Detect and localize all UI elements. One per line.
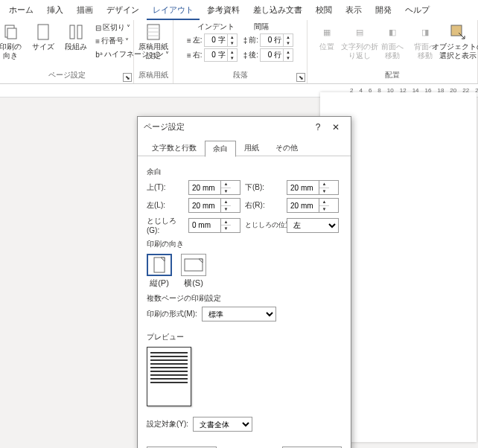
arrange-group-label: 配置 (385, 70, 400, 82)
manuscript-group-label: 原稿用紙 (138, 70, 168, 82)
size-button[interactable]: サイズ (28, 22, 58, 53)
send-backward-button[interactable]: ◨背面へ 移動 (410, 22, 440, 62)
preview-section-label: プレビュー (147, 332, 342, 342)
print-format-label: 印刷の形式(M): (147, 309, 197, 319)
preview-box (147, 347, 191, 406)
apply-to-select[interactable]: 文書全体 (193, 417, 252, 432)
landscape-button[interactable]: 横(S) (181, 254, 206, 289)
margins-section-label: 余白 (147, 167, 342, 177)
dialog-tab-3[interactable]: その他 (267, 140, 306, 156)
svg-rect-13 (185, 259, 203, 271)
orientation-icon (1, 23, 19, 41)
ribbon-tab-8[interactable]: 表示 (340, 1, 368, 20)
dialog-tab-0[interactable]: 文字数と行数 (144, 140, 205, 156)
indent-header: インデント (187, 22, 238, 32)
dialog-close-button[interactable]: ✕ (327, 122, 345, 132)
left-input[interactable]: ▲▼ (188, 198, 240, 213)
indent-left-input[interactable]: ▲▼ (204, 33, 238, 47)
page-setup-launcher[interactable]: ⬊ (123, 73, 132, 82)
svg-rect-6 (77, 25, 82, 39)
portrait-icon (147, 254, 172, 276)
hyphenation-icon: bᵃ (95, 51, 103, 59)
bottom-label: 下(B): (245, 182, 282, 193)
position-button[interactable]: ▦位置 (312, 22, 342, 53)
space-before-icon: ‡ (243, 36, 248, 45)
ribbon-tab-7[interactable]: 校閲 (310, 1, 338, 20)
breaks-icon: ⊟ (95, 24, 101, 32)
indent-right-input[interactable]: ▲▼ (204, 48, 238, 62)
manuscript-icon (144, 23, 162, 41)
paragraph-group-label: 段落 (233, 70, 248, 82)
ribbon-tab-3[interactable]: デザイン (101, 1, 145, 20)
ribbon-tab-6[interactable]: 差し込み文書 (247, 1, 308, 20)
ribbon-tab-9[interactable]: 開発 (369, 1, 398, 20)
size-icon (34, 23, 52, 41)
dialog-title: ページ設定 (144, 121, 309, 132)
multi-page-section-label: 複数ページの印刷設定 (147, 293, 342, 304)
top-label: 上(T): (147, 182, 184, 193)
space-after-icon: ‡ (243, 51, 248, 60)
ribbon-tab-5[interactable]: 参考資料 (201, 1, 246, 20)
send-backward-icon: ◨ (416, 23, 434, 41)
space-before-input[interactable]: ▲▼ (260, 33, 293, 47)
svg-rect-4 (38, 25, 48, 39)
ribbon-tab-2[interactable]: 描画 (71, 1, 99, 20)
space-after-input[interactable]: ▲▼ (260, 48, 293, 62)
paragraph-launcher[interactable]: ⬊ (296, 73, 305, 82)
bring-forward-icon: ◧ (383, 23, 401, 41)
dialog-tab-1[interactable]: 余白 (205, 141, 236, 157)
manuscript-button[interactable]: 原稿用紙 設定 (138, 22, 168, 62)
print-format-select[interactable]: 標準 (202, 307, 276, 321)
svg-rect-3 (7, 28, 16, 39)
wrap-icon: ▤ (351, 23, 369, 41)
ribbon-tab-10[interactable]: ヘルプ (399, 1, 436, 20)
page-setup-dialog: ページ設定 ? ✕ 文字数と行数余白用紙その他 余白 上(T): ▲▼ 下(B)… (137, 116, 351, 448)
indent-right-icon: ≡ (187, 51, 191, 60)
orientation-button[interactable]: 印刷の 向き (0, 22, 25, 62)
apply-to-label: 設定対象(Y): (147, 419, 188, 429)
svg-rect-5 (70, 25, 74, 39)
right-label: 右(R): (245, 200, 282, 211)
orientation-section-label: 印刷の向き (147, 239, 342, 249)
portrait-button[interactable]: 縦(P) (147, 254, 172, 289)
gutter-pos-label: とじしろの位置(U): (245, 220, 282, 230)
bottom-input[interactable]: ▲▼ (287, 180, 339, 195)
wrap-text-button[interactable]: ▤文字列の折 り返し (345, 22, 375, 62)
selection-pane-icon (449, 23, 467, 41)
left-label: 左(L): (147, 200, 184, 211)
bring-forward-button[interactable]: ◧前面へ 移動 (377, 22, 407, 62)
indent-left-icon: ≡ (187, 36, 191, 45)
columns-button[interactable]: 段組み (61, 22, 91, 53)
spacing-header: 間隔 (243, 22, 293, 32)
gutter-label: とじしろ(G): (147, 216, 184, 234)
selection-pane-button[interactable]: オブジェクトの 選択と表示 (443, 22, 473, 62)
columns-icon (67, 23, 85, 41)
ribbon-tab-1[interactable]: 挿入 (41, 1, 69, 20)
dialog-tab-2[interactable]: 用紙 (236, 140, 267, 156)
dialog-help-button[interactable]: ? (309, 122, 327, 132)
top-input[interactable]: ▲▼ (188, 180, 240, 195)
position-icon: ▦ (318, 23, 336, 41)
ribbon-tab-4[interactable]: レイアウト (147, 1, 200, 20)
ribbon-tab-0[interactable]: ホーム (3, 1, 39, 20)
landscape-icon (181, 254, 206, 276)
gutter-input[interactable]: ▲▼ (188, 218, 240, 233)
right-input[interactable]: ▲▼ (287, 198, 339, 213)
page-setup-group-label: ページ設定 (48, 70, 86, 82)
line-numbers-icon: ≡ (95, 37, 100, 45)
gutter-pos-select[interactable]: 左 (287, 218, 339, 233)
